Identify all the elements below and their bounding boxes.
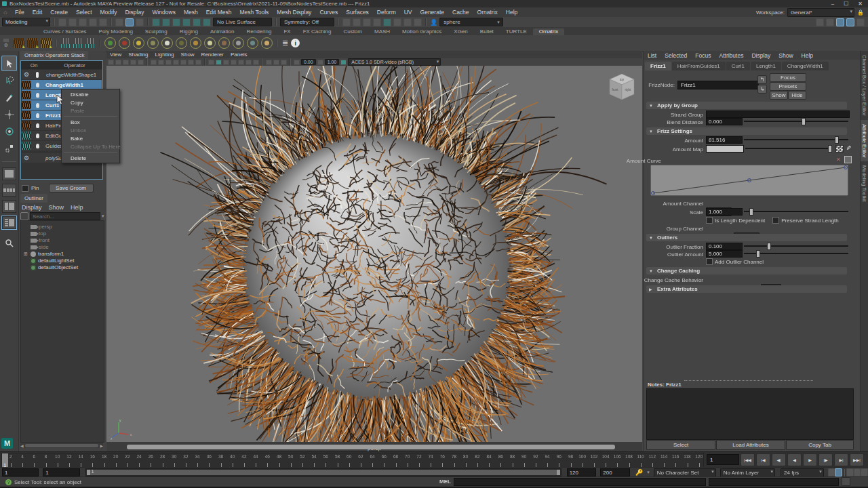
tab-hairfromguides1[interactable]: HairFromGuides1 [672,62,726,70]
copy-tab-button[interactable]: Copy Tab [786,440,854,450]
undo-icon[interactable] [89,18,97,26]
section-frizz-settings[interactable]: Frizz Settings [646,127,847,135]
menu-item[interactable]: File [11,9,28,16]
snap-projected-center-icon[interactable] [182,18,191,26]
shelf-tab[interactable]: Bullet [474,28,500,35]
operator-shelf-icon-11[interactable] [247,37,258,49]
outliner-item-defaultobjectset[interactable]: defaultObjectSet [31,264,78,270]
swap-input-icon[interactable]: ↰ [757,75,767,84]
context-item-bake[interactable]: Bake [62,134,119,142]
hide-button[interactable]: Hide [788,91,806,100]
shelf-tab[interactable]: FX [277,28,296,35]
shelf-tab[interactable]: Poly Modeling [93,28,139,35]
layout-two-pane-button[interactable] [2,200,16,213]
swap-output-icon[interactable]: ↳ [757,85,767,94]
channel-box-side-tab[interactable]: Channel Box / Layer Editor [861,51,868,120]
go-to-start-button[interactable]: |◀◀ [741,453,755,466]
menu-item[interactable]: Edit Mesh [202,9,236,16]
ipr-render-icon[interactable] [353,18,361,26]
focus-button[interactable]: Focus [770,73,806,82]
step-back-frame-button[interactable]: ◀| [772,453,786,466]
operator-shelf-icon-7[interactable] [190,37,201,49]
edit-map-icon[interactable]: ✎ [845,145,852,150]
shelf-tab[interactable]: FX Caching [297,28,338,35]
paint-effects-icon[interactable] [393,18,401,26]
close-button[interactable]: ✕ [858,1,863,7]
gate-mask-icon[interactable] [173,60,179,65]
scale-tool[interactable] [1,140,17,156]
stack-list-shelf-icon[interactable]: ≣ [282,39,288,47]
operator-shelf-icon-6[interactable] [176,37,187,49]
operator-shelf-icon-3[interactable] [133,37,144,49]
mute-audio-icon[interactable] [846,468,854,476]
grid-icon[interactable] [151,60,157,65]
range-start-handle[interactable] [87,470,90,475]
menu-item[interactable]: Surfaces [342,9,373,16]
paint-select-tool[interactable] [1,89,17,105]
anim-start-field[interactable]: 1 [2,468,39,476]
is-length-dependent-checkbox[interactable] [706,217,713,224]
outliner-filter-icon[interactable] [20,212,28,220]
shelf-tab[interactable]: TURTLE [500,28,533,35]
timeline-ruler[interactable]: 2468101214161820222426283032343638404244… [1,453,704,468]
menu-item[interactable]: Ornatrix [473,9,502,16]
blend-distance-slider[interactable] [744,121,848,122]
menu-item[interactable]: Edit [28,9,47,16]
notes-divider[interactable] [684,380,813,381]
outliner-item-front[interactable]: front [31,237,50,243]
render-icon[interactable] [342,18,351,26]
outliner-item-side[interactable]: side [31,244,49,250]
xray-joints-icon[interactable] [281,60,287,65]
section-outliers[interactable]: Outliers [646,234,847,241]
toggle-pill-icon[interactable] [36,72,39,78]
maximize-button[interactable]: ☐ [844,1,848,7]
ao-icon[interactable] [245,60,252,65]
chevron-down-icon[interactable]: ▾ [102,214,104,219]
menu-item[interactable]: UV [400,9,416,16]
viewport-scrollbar[interactable] [127,445,615,449]
workspace-dropdown[interactable]: General* [787,8,854,17]
operator-shelf-icon-2[interactable] [119,37,130,49]
isolate-select-icon[interactable] [266,60,272,65]
auto-key-icon[interactable] [835,468,842,476]
shelf-tab[interactable]: Sculpting [139,28,174,35]
selection-input[interactable] [439,18,503,26]
motion-blur-icon[interactable] [253,60,259,65]
chevron-down-icon[interactable]: ▾ [647,470,650,475]
viewport-menu-item[interactable]: Renderer [198,52,227,58]
character-controls-icon[interactable] [826,18,834,26]
select-component-icon[interactable] [136,18,144,26]
left-panel-scrollbar[interactable]: ◀ ▶ [20,443,103,448]
outliner-item-top[interactable]: top [31,230,46,237]
notes-textarea[interactable] [646,388,854,440]
lights-icon[interactable] [231,60,237,65]
layout-four-pane-button[interactable] [2,184,16,197]
context-item-copy[interactable]: Copy [62,98,119,106]
viewport-menu-item[interactable]: Show [178,52,198,58]
add-fur-shelf-icon[interactable] [41,38,52,48]
viewport-menu-item[interactable]: Shading [125,52,151,58]
current-frame-marker[interactable]: 1 [2,453,8,468]
mel-label[interactable]: MEL [439,479,451,485]
shelf-gear-icon[interactable]: ⚙ [4,43,8,48]
shaded-icon[interactable] [216,60,222,65]
context-item-delete[interactable]: Delete [62,154,119,162]
attribute-editor-side-tab[interactable]: Attribute Editor [861,120,868,162]
go-to-end-button[interactable]: ▶▶| [850,453,864,466]
animation-prefs-icon[interactable] [861,468,868,476]
safe-title-icon[interactable] [195,60,201,65]
open-scene-icon[interactable] [68,18,77,26]
menu-item[interactable]: Create [46,9,72,16]
home-icon[interactable]: ⌂ [0,9,11,16]
enabled-bulb-icon[interactable] [36,144,39,148]
load-attributes-button[interactable]: Load Attributes [716,440,785,450]
new-scene-icon[interactable] [58,18,66,26]
camera-select-icon[interactable] [108,60,114,65]
enabled-bulb-icon[interactable] [36,134,39,138]
shelf-tab[interactable]: Rigging [174,28,204,35]
operator-shelf-icon-10[interactable] [233,37,244,49]
ae-menu-item[interactable]: Selected [660,52,691,59]
rotate-tool[interactable] [1,123,17,139]
shelf-tab[interactable]: Curves / Surfaces [37,28,93,35]
range-slider[interactable]: 1 [85,468,561,476]
